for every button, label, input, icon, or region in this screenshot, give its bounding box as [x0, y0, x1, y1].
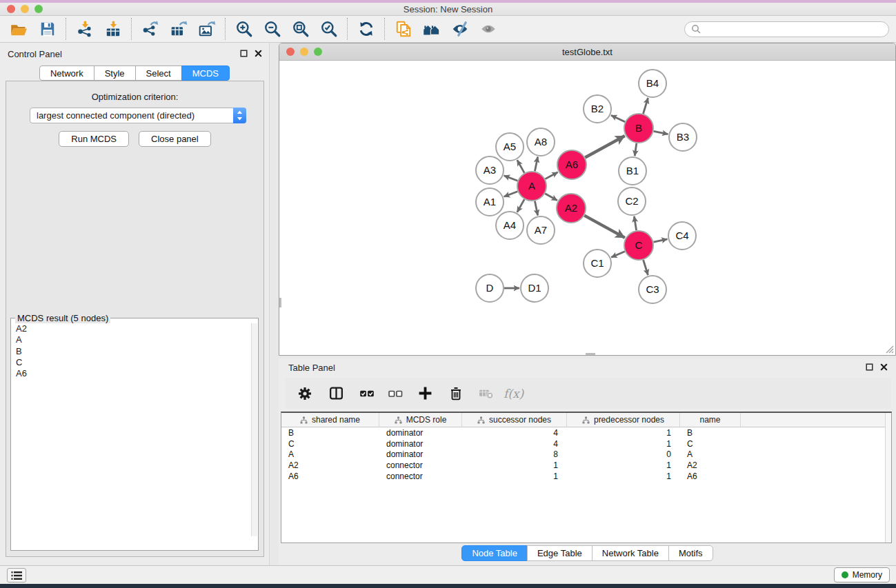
graph-node-B[interactable]: B: [624, 114, 653, 143]
tab-edge-table[interactable]: Edge Table: [527, 545, 593, 561]
graph-node-A3[interactable]: A3: [476, 156, 504, 184]
close-panel-button[interactable]: [254, 49, 262, 57]
search-field[interactable]: [684, 21, 889, 37]
table-row[interactable]: Cdominator41C: [281, 438, 891, 449]
graph-node-B2[interactable]: B2: [584, 95, 611, 123]
graph-node-B1[interactable]: B1: [619, 157, 646, 185]
delete-columns-button[interactable]: [446, 382, 466, 405]
memory-button[interactable]: Memory: [834, 567, 890, 582]
tab-network[interactable]: Network: [39, 65, 94, 81]
column-header-successor-nodes[interactable]: successor nodes: [462, 413, 567, 427]
hide-graphics-details-button[interactable]: [446, 17, 474, 41]
graph-node-B3[interactable]: B3: [669, 123, 697, 151]
graph-edge-A6-B[interactable]: [585, 136, 625, 157]
export-network-button[interactable]: [136, 17, 164, 41]
graph-node-D[interactable]: D: [476, 274, 504, 302]
graph-node-B4[interactable]: B4: [639, 70, 666, 97]
mcds-result-item[interactable]: A2: [16, 323, 257, 334]
zoom-selected-button[interactable]: [315, 17, 343, 41]
tab-style[interactable]: Style: [94, 65, 136, 81]
save-session-button[interactable]: [33, 17, 61, 41]
graph-node-C1[interactable]: C1: [584, 250, 611, 277]
tab-node-table[interactable]: Node Table: [461, 545, 528, 561]
graph-edge-A2-C[interactable]: [584, 216, 625, 238]
open-session-button[interactable]: [5, 17, 33, 41]
graph-node-D1[interactable]: D1: [521, 274, 548, 302]
deselect-all-columns-button[interactable]: [385, 382, 406, 405]
graph-node-A6[interactable]: A6: [557, 150, 586, 179]
close-table-panel-button[interactable]: [879, 363, 888, 371]
export-table-button[interactable]: [164, 17, 192, 41]
select-all-columns-button[interactable]: [357, 382, 377, 405]
column-header-shared-name[interactable]: shared name: [281, 413, 379, 427]
table-settings-button[interactable]: [295, 382, 315, 405]
graph-edge-B-B1[interactable]: [635, 143, 637, 156]
import-table-button[interactable]: [99, 17, 127, 41]
graph-edge-C-C3[interactable]: [644, 260, 648, 275]
table-row[interactable]: Bdominator41B: [281, 427, 891, 438]
graph-edge-C-C4[interactable]: [653, 239, 667, 242]
column-header-predecessor-nodes[interactable]: predecessor nodes: [567, 413, 680, 427]
refresh-button[interactable]: [352, 17, 380, 41]
graph-node-C3[interactable]: C3: [639, 276, 666, 303]
graph-edge-A-A3[interactable]: [504, 176, 518, 181]
graph-edge-A-A4[interactable]: [517, 199, 524, 212]
mcds-result-item[interactable]: A: [16, 334, 257, 345]
graph-edge-A-A2[interactable]: [545, 194, 557, 201]
criterion-dropdown[interactable]: largest connected component (directed): [30, 108, 246, 123]
show-graphics-details-button[interactable]: [474, 17, 502, 41]
graph-edge-A-A8[interactable]: [535, 157, 537, 172]
result-list-scrollbar[interactable]: [251, 323, 257, 536]
table-row[interactable]: Adominator80A: [281, 449, 891, 460]
mcds-result-item[interactable]: C: [16, 357, 257, 368]
network-canvas[interactable]: AA1A2A3A4A5A6A7A8BB1B2B3B4CC1C2C3C4DD1: [279, 61, 895, 355]
graph-edge-A-A1[interactable]: [504, 192, 518, 196]
graph-node-C[interactable]: C: [624, 231, 653, 260]
graph-node-A1[interactable]: A1: [476, 188, 504, 216]
graph-edge-A-A6[interactable]: [545, 172, 557, 179]
tab-network-table[interactable]: Network Table: [592, 545, 669, 561]
tab-select[interactable]: Select: [135, 65, 182, 81]
search-input[interactable]: [704, 24, 882, 34]
graph-node-A7[interactable]: A7: [527, 216, 555, 244]
graph-edge-B-B3[interactable]: [654, 131, 668, 134]
mcds-result-item[interactable]: A6: [16, 368, 257, 379]
tab-mcds[interactable]: MCDS: [181, 65, 230, 81]
graph-node-A[interactable]: A: [517, 172, 546, 201]
clone-network-button[interactable]: [389, 17, 417, 41]
graph-edge-B-B4[interactable]: [643, 98, 648, 114]
graph-edge-A-A7[interactable]: [535, 201, 537, 216]
network-hscroll-nub[interactable]: [586, 353, 595, 355]
create-column-button[interactable]: [415, 382, 435, 405]
graph-node-A2[interactable]: A2: [557, 194, 586, 223]
zoom-fit-button[interactable]: [286, 17, 315, 41]
table-row[interactable]: A2connector11A2: [281, 460, 891, 471]
table-row[interactable]: A6connector11A6: [281, 471, 891, 482]
graph-node-A5[interactable]: A5: [496, 133, 524, 161]
graph-edge-A-A5[interactable]: [517, 160, 524, 173]
graph-edge-C-C2[interactable]: [634, 216, 636, 231]
network-vscroll-nub[interactable]: [279, 298, 281, 307]
show-columns-button[interactable]: [326, 382, 346, 405]
resize-grip-icon[interactable]: [885, 345, 895, 354]
task-history-button[interactable]: [7, 568, 26, 582]
float-table-panel-button[interactable]: [865, 363, 873, 371]
home-button[interactable]: [417, 17, 446, 41]
tab-motifs[interactable]: Motifs: [668, 545, 713, 561]
mcds-result-item[interactable]: B: [16, 346, 257, 357]
zoom-out-button[interactable]: [258, 17, 286, 41]
zoom-in-button[interactable]: [230, 17, 258, 41]
float-panel-button[interactable]: [239, 49, 248, 57]
graph-node-C2[interactable]: C2: [618, 187, 646, 215]
close-panel-button-mcds[interactable]: Close panel: [139, 131, 211, 147]
export-image-button[interactable]: [192, 17, 221, 41]
table-scrollbar[interactable]: [885, 413, 891, 543]
import-network-button[interactable]: [70, 17, 99, 41]
graph-node-A8[interactable]: A8: [527, 128, 555, 156]
column-header-name[interactable]: name: [680, 413, 741, 427]
run-mcds-button[interactable]: Run MCDS: [59, 131, 129, 147]
graph-node-C4[interactable]: C4: [668, 222, 696, 250]
column-header-mcds-role[interactable]: MCDS role: [379, 413, 462, 427]
graph-edge-B-B2[interactable]: [611, 115, 625, 121]
graph-edge-C-C1[interactable]: [611, 252, 625, 258]
